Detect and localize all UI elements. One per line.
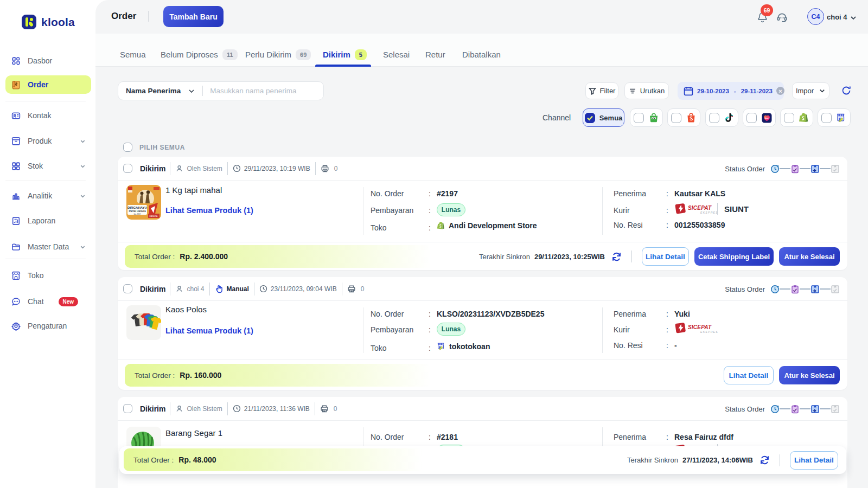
svg-text:EKSPRES: EKSPRES [700, 211, 718, 214]
svg-text:SICEPAT: SICEPAT [688, 205, 712, 211]
svg-text:Laz: Laz [765, 117, 769, 119]
svg-text:HANURA: HANURA [150, 215, 158, 217]
svg-text:DIRGAHAYU: DIRGAHAYU [127, 206, 147, 209]
svg-text:SICEPAT: SICEPAT [688, 324, 712, 330]
svg-text:ke-XIV: ke-XIV [134, 213, 141, 215]
svg-text:EKSPRES: EKSPRES [700, 330, 718, 333]
